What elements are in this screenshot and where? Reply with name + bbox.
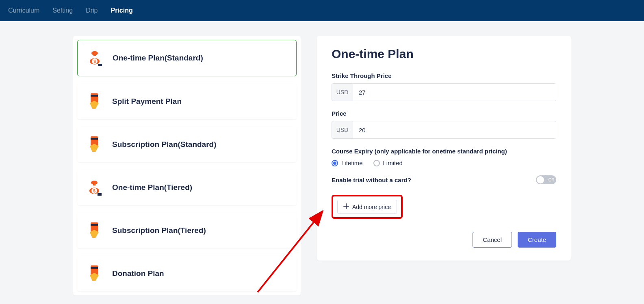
strike-price-label: Strike Through Price (332, 72, 556, 79)
cancel-button[interactable]: Cancel (473, 232, 512, 248)
currency-prefix: USD (332, 121, 353, 138)
main-content: $ One-time Plan(Standard) Split Payment … (0, 21, 644, 304)
price-label: Price (332, 110, 556, 117)
radio-lifetime-label: Lifetime (341, 160, 363, 166)
currency-prefix: USD (332, 84, 353, 101)
form-title: One-time Plan (332, 47, 556, 61)
plan-label: One-time Plan(Tiered) (112, 183, 192, 192)
toggle-off-text: Off (549, 178, 554, 182)
card-hand-icon (85, 136, 103, 153)
radio-limited[interactable]: Limited (373, 160, 403, 166)
plan-label: One-time Plan(Standard) (113, 54, 203, 63)
pricing-form: One-time Plan Strike Through Price USD P… (317, 36, 571, 261)
svg-rect-6 (91, 95, 98, 97)
plan-onetime-tiered[interactable]: $ One-time Plan(Tiered) (77, 170, 297, 205)
top-nav: Curriculum Setting Drip Pricing (0, 0, 644, 21)
annotation-highlight: Add more price (332, 195, 403, 219)
plan-subscription-tiered[interactable]: Subscription Plan(Tiered) (77, 213, 297, 248)
strike-price-group: Strike Through Price USD (332, 72, 556, 101)
trial-label: Enable trial without a card? (332, 177, 411, 183)
expiry-label: Course Expiry (only applicable for oneti… (332, 148, 556, 155)
svg-rect-13 (98, 193, 102, 196)
tab-drip[interactable]: Drip (86, 7, 98, 14)
radio-limited-label: Limited (383, 160, 403, 166)
form-footer: Cancel Create (332, 232, 556, 248)
create-button[interactable]: Create (518, 232, 556, 248)
tab-setting[interactable]: Setting (52, 7, 73, 14)
add-more-price-button[interactable]: Add more price (337, 200, 397, 214)
svg-rect-4 (98, 64, 102, 66)
svg-rect-1 (93, 54, 96, 56)
price-input[interactable] (353, 121, 556, 138)
radio-lifetime[interactable]: Lifetime (332, 160, 363, 166)
tab-pricing[interactable]: Pricing (111, 7, 133, 14)
svg-text:$: $ (93, 59, 96, 64)
svg-rect-10 (93, 184, 95, 185)
money-bag-icon: $ (85, 179, 103, 196)
strike-price-input[interactable] (353, 84, 556, 101)
plan-label: Subscription Plan(Standard) (112, 140, 217, 149)
svg-rect-15 (91, 224, 98, 226)
price-group: Price USD (332, 110, 556, 139)
card-hand-icon (85, 222, 103, 239)
money-bag-icon: $ (86, 49, 104, 67)
plan-label: Donation Plan (112, 269, 164, 278)
radio-dot-icon (332, 160, 338, 166)
add-more-price-label: Add more price (352, 204, 391, 210)
plan-list: $ One-time Plan(Standard) Split Payment … (73, 36, 301, 295)
trial-toggle-row: Enable trial without a card? Off (332, 175, 556, 184)
svg-text:$: $ (93, 189, 95, 193)
card-hand-icon (85, 265, 103, 282)
svg-rect-8 (91, 138, 98, 140)
plan-subscription-standard[interactable]: Subscription Plan(Standard) (77, 127, 297, 162)
plan-label: Subscription Plan(Tiered) (112, 226, 206, 235)
svg-rect-17 (91, 267, 98, 269)
plan-split-payment[interactable]: Split Payment Plan (77, 84, 297, 119)
card-hand-icon (85, 93, 103, 110)
trial-toggle[interactable]: Off (536, 175, 556, 184)
expiry-group: Course Expiry (only applicable for oneti… (332, 148, 556, 166)
plan-label: Split Payment Plan (112, 97, 182, 106)
tab-curriculum[interactable]: Curriculum (8, 7, 39, 14)
plus-icon (343, 203, 349, 210)
plan-donation[interactable]: Donation Plan (77, 256, 297, 291)
radio-dot-icon (373, 160, 380, 166)
plan-onetime-standard[interactable]: $ One-time Plan(Standard) (77, 40, 297, 76)
